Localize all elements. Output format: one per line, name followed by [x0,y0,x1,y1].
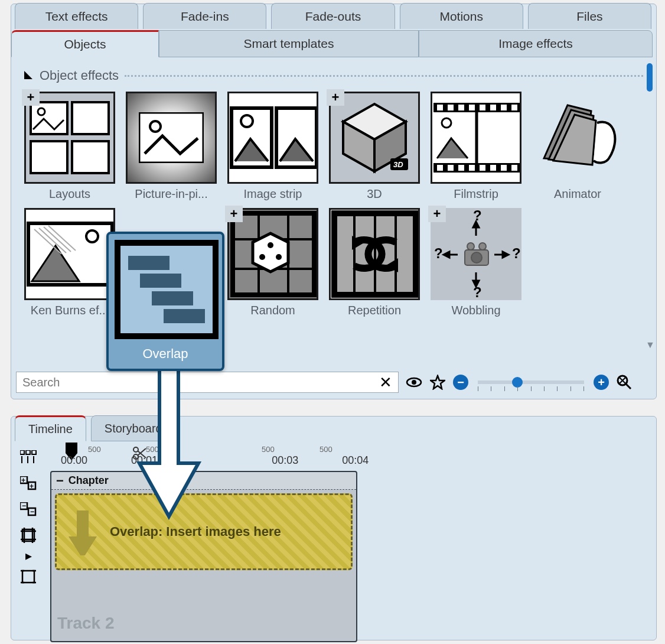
effect-filmstrip[interactable]: Filmstrip [431,92,521,201]
tab-fade-ins[interactable]: Fade-ins [143,3,266,29]
tool-frame-icon[interactable] [18,568,38,586]
svg-text:−: − [22,502,26,510]
effect-repetition[interactable]: Repetition [329,208,420,317]
tab-motions[interactable]: Motions [400,3,523,29]
svg-rect-33 [511,165,517,171]
svg-rect-6 [139,112,204,163]
chapter-title: Chapter [69,474,109,487]
effect-label: Filmstrip [431,187,521,201]
tool-tracks-icon[interactable] [18,448,38,466]
svg-point-76 [471,252,482,263]
drag-arrow-icon [133,369,204,522]
effect-image-strip[interactable]: Image strip [227,92,318,201]
svg-text:+: + [30,482,34,490]
tab-files[interactable]: Files [528,3,651,29]
svg-point-74 [467,243,474,250]
svg-point-5 [38,108,45,115]
svg-rect-24 [501,105,507,110]
sub-tab-row: Objects Smart templates Image effects [11,30,656,57]
zoom-out-button[interactable]: − [453,375,468,390]
effect-label: Ken Burns ef... [24,304,115,317]
svg-point-7 [150,121,161,132]
tool-dropdown-icon[interactable]: ▸ [18,552,38,560]
effect-3d[interactable]: + 3D 3D [329,92,420,201]
svg-text:−: − [30,508,34,516]
search-placeholder: Search [22,376,60,389]
tab-fade-outs[interactable]: Fade-outs [271,3,395,29]
tab-objects[interactable]: Objects [11,30,159,57]
svg-rect-22 [480,105,485,110]
svg-rect-26 [437,165,443,171]
zoom-reset-icon[interactable] [616,374,633,391]
svg-rect-27 [448,165,454,171]
svg-rect-30 [480,165,485,171]
svg-rect-31 [490,165,496,171]
svg-line-81 [626,384,631,389]
svg-rect-19 [448,105,454,110]
star-icon[interactable] [429,374,446,391]
tab-smart-templates[interactable]: Smart templates [159,30,419,57]
effect-label: Image strip [227,187,318,201]
section-title: Object effects [40,68,119,83]
effect-ken-burns[interactable]: Ken Burns ef... [24,208,115,317]
overlap-thumb [115,240,219,339]
eye-icon[interactable] [406,374,422,391]
effect-label: Picture-in-pi... [126,187,217,201]
effect-random[interactable]: + Random [227,208,318,317]
svg-point-10 [241,115,253,127]
timeline-tools: ++ −− ▸ [15,448,42,586]
svg-rect-28 [458,165,464,171]
tab-text-effects[interactable]: Text effects [15,3,138,29]
timeline-body: ++ −− ▸ 500 500 500 500 00:00 00:01 00:0… [11,444,656,640]
dragged-effect-label: Overlap [115,346,216,362]
vertical-scrollbar[interactable]: ▼ [646,63,654,347]
expand-icon[interactable]: + [327,89,344,106]
svg-rect-21 [469,105,475,110]
tool-subtract-icon[interactable]: −− [18,500,38,518]
svg-rect-86 [32,450,36,454]
effect-label: 3D [329,187,420,201]
zoom-in-button[interactable]: + [594,375,609,390]
effect-label: Repetition [329,304,420,317]
search-toolbar: Search ✕ − + [16,370,651,394]
svg-rect-23 [490,105,496,110]
dragged-effect-overlap[interactable]: Overlap [106,232,224,371]
svg-point-52 [268,242,273,248]
svg-rect-20 [458,105,464,110]
tool-add-icon[interactable]: ++ [18,474,38,492]
expand-icon[interactable]: + [428,206,446,222]
effect-layouts[interactable]: + Layouts [24,92,115,201]
tool-crop-icon[interactable] [18,526,38,544]
section-header[interactable]: Object effects [24,68,643,83]
tab-image-effects[interactable]: Image effects [419,30,653,57]
svg-rect-3 [31,141,67,173]
section-divider [125,75,643,77]
svg-marker-0 [24,71,32,79]
svg-point-78 [412,380,416,385]
effect-animator[interactable]: Animator [532,92,623,201]
svg-rect-2 [72,102,109,134]
down-arrow-icon [66,508,99,555]
svg-marker-72 [503,252,508,258]
svg-rect-25 [511,105,517,110]
svg-text:+: + [21,476,25,484]
zoom-slider[interactable] [478,380,584,384]
svg-text:?: ? [512,245,521,261]
svg-rect-108 [66,443,77,453]
tab-timeline[interactable]: Timeline [15,415,86,441]
svg-point-54 [276,254,282,260]
effect-label: Wobbling [431,304,521,317]
expand-icon[interactable]: + [225,206,243,222]
svg-point-35 [442,118,451,128]
svg-rect-103 [22,571,34,583]
svg-rect-1 [31,102,67,134]
effect-wobbling[interactable]: + ? ? ? ? [431,208,521,317]
expand-icon[interactable]: + [22,89,40,106]
svg-rect-29 [469,165,475,171]
search-input[interactable]: Search ✕ [16,372,399,393]
svg-text:?: ? [434,245,443,261]
effect-picture-in-picture[interactable]: Picture-in-pi... [126,92,217,201]
svg-point-75 [479,243,486,250]
effect-label: Layouts [24,187,115,201]
clear-icon[interactable]: ✕ [379,373,392,392]
